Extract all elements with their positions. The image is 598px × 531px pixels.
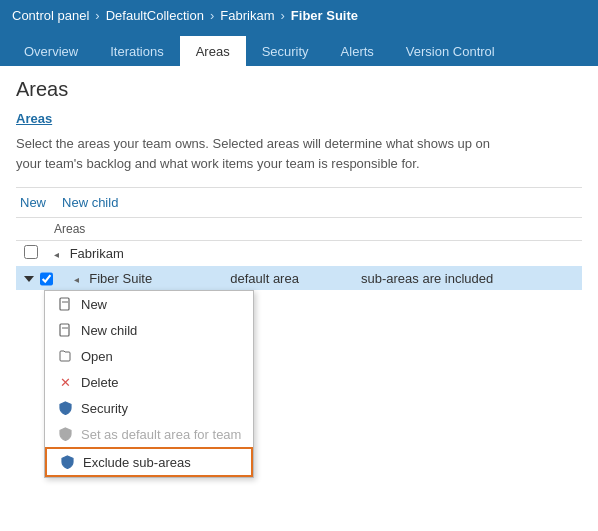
menu-item-security[interactable]: Security	[45, 395, 253, 421]
row-checkbox-cell	[16, 241, 46, 267]
tab-version-control[interactable]: Version Control	[390, 36, 511, 66]
breadcrumb-current: Fiber Suite	[291, 8, 358, 23]
table-row: ◂ Fabrikam	[16, 241, 582, 267]
fiber-suite-label: Fiber Suite	[89, 271, 152, 286]
row-checkbox-fiber-suite[interactable]	[40, 272, 53, 286]
row-default-area-fiber: default area	[222, 266, 353, 290]
breadcrumb-sep-3: ›	[280, 8, 284, 23]
col-sub-areas	[353, 218, 582, 241]
open-icon	[57, 348, 73, 364]
menu-item-open[interactable]: Open	[45, 343, 253, 369]
row-label-fiber-suite: ◂ Fiber Suite	[46, 266, 222, 290]
row-expand-arrow	[24, 276, 34, 282]
context-menu: New New child Open	[44, 290, 254, 478]
svg-rect-0	[60, 298, 69, 310]
menu-new-child-label: New child	[81, 323, 137, 338]
tab-alerts[interactable]: Alerts	[325, 36, 390, 66]
tab-iterations[interactable]: Iterations	[94, 36, 179, 66]
col-checkbox	[16, 218, 46, 241]
breadcrumb-item-fabrikam[interactable]: Fabrikam	[220, 8, 274, 23]
tree-arrow-fiber: ◂	[74, 274, 86, 285]
menu-exclude-sub-areas-label: Exclude sub-areas	[83, 455, 191, 470]
breadcrumb-bar: Control panel › DefaultCollection › Fabr…	[0, 0, 598, 30]
shield-icon	[57, 400, 73, 416]
breadcrumb-item-control-panel[interactable]: Control panel	[12, 8, 89, 23]
menu-item-set-default: Set as default area for team	[45, 421, 253, 447]
tab-bar: Overview Iterations Areas Security Alert…	[0, 30, 598, 66]
breadcrumb-item-default-collection[interactable]: DefaultCollection	[106, 8, 204, 23]
row-default-area-fabrikam	[222, 241, 353, 267]
x-icon: ✕	[57, 374, 73, 390]
new-button[interactable]: New	[16, 193, 50, 212]
menu-open-label: Open	[81, 349, 113, 364]
row-checkbox-cell-fiber	[16, 266, 44, 290]
menu-set-default-label: Set as default area for team	[81, 427, 241, 442]
section-link-areas[interactable]: Areas	[16, 111, 582, 126]
menu-item-delete[interactable]: ✕ Delete	[45, 369, 253, 395]
page-icon	[57, 296, 73, 312]
areas-table: Areas ◂ Fabrikam	[16, 218, 582, 290]
row-checkbox-fabrikam[interactable]	[24, 245, 38, 259]
fabrikam-label: Fabrikam	[70, 246, 124, 261]
page-child-icon	[57, 322, 73, 338]
tree-arrow-fabrikam: ◂	[54, 249, 66, 260]
new-child-button[interactable]: New child	[58, 193, 122, 212]
menu-new-label: New	[81, 297, 107, 312]
shield-icon-blue	[59, 454, 75, 470]
table-row[interactable]: ◂ Fiber Suite default area sub-areas are…	[16, 266, 582, 290]
svg-rect-2	[60, 324, 69, 336]
menu-item-exclude-sub-areas[interactable]: Exclude sub-areas	[45, 447, 253, 477]
page-title: Areas	[16, 78, 582, 101]
row-sub-areas-fabrikam	[353, 241, 582, 267]
col-default-area	[222, 218, 353, 241]
toolbar: New New child	[16, 187, 582, 218]
col-areas-header: Areas	[46, 218, 222, 241]
tab-areas[interactable]: Areas	[180, 36, 246, 66]
row-label-fabrikam: ◂ Fabrikam	[46, 241, 222, 267]
page-content: Areas Areas Select the areas your team o…	[0, 66, 598, 302]
row-sub-areas-fiber: sub-areas are included	[353, 266, 582, 290]
menu-security-label: Security	[81, 401, 128, 416]
menu-item-new[interactable]: New	[45, 291, 253, 317]
page-description: Select the areas your team owns. Selecte…	[16, 134, 582, 173]
menu-delete-label: Delete	[81, 375, 119, 390]
tab-overview[interactable]: Overview	[8, 36, 94, 66]
menu-item-new-child[interactable]: New child	[45, 317, 253, 343]
breadcrumb-sep-2: ›	[210, 8, 214, 23]
breadcrumb-sep-1: ›	[95, 8, 99, 23]
shield-icon-gray	[57, 426, 73, 442]
tab-security[interactable]: Security	[246, 36, 325, 66]
